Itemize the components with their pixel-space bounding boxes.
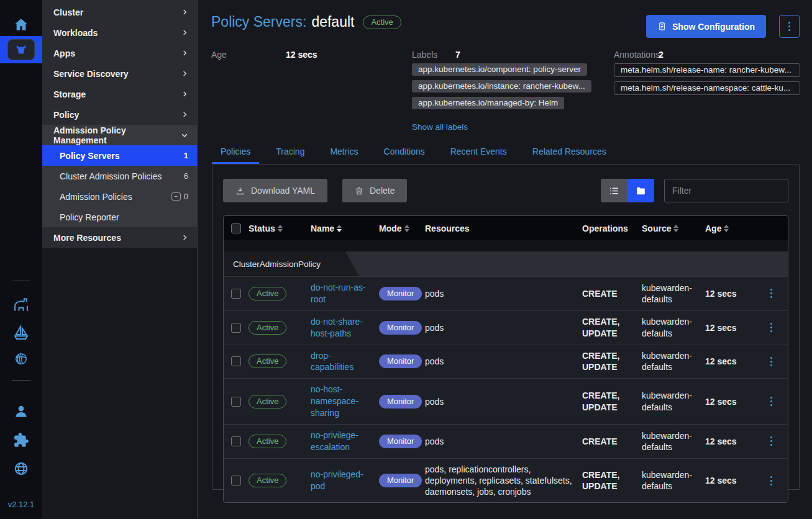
policies-table: Status Name Mode Resources — [223, 215, 788, 503]
chevron-right-icon — [181, 70, 188, 77]
barn-icon[interactable] — [0, 297, 42, 314]
grouped-view-button[interactable] — [627, 179, 654, 202]
tab-related-resources[interactable]: Related Resources — [524, 142, 615, 164]
row-checkbox[interactable] — [231, 436, 241, 446]
mode-badge: Monitor — [379, 435, 422, 448]
column-header-resources[interactable]: Resources — [425, 223, 582, 233]
labels-count: 7 — [455, 50, 460, 60]
column-header-source[interactable]: Source — [642, 223, 705, 233]
tab-metrics[interactable]: Metrics — [321, 142, 367, 164]
user-icon[interactable] — [0, 404, 42, 420]
sidebar-item-cluster-admission-policies[interactable]: Cluster Admission Policies 6 — [42, 166, 197, 186]
cluster-bull-icon — [7, 39, 35, 60]
kebab-icon — [770, 323, 772, 332]
kebab-icon — [770, 476, 772, 485]
sidebar-item-apps[interactable]: Apps — [42, 43, 197, 63]
view-toggle — [601, 179, 654, 202]
tab-conditions[interactable]: Conditions — [375, 142, 434, 164]
sidebar-item-policy-reporter[interactable]: Policy Reporter — [42, 207, 197, 227]
resources-cell: pods — [425, 288, 582, 299]
row-actions-kebab[interactable] — [755, 357, 788, 366]
chevron-right-icon — [181, 234, 188, 241]
trash-icon — [355, 186, 363, 196]
active-cluster-strip[interactable] — [0, 36, 42, 63]
row-actions-kebab[interactable] — [755, 323, 788, 332]
table-row: Active no-host-namespace-sharing Monitor… — [224, 378, 788, 424]
sidebar-item-admission-policies[interactable]: Admission Policies − 0 — [42, 186, 197, 207]
flat-list-view-button[interactable] — [601, 179, 627, 202]
annotations-count: 2 — [659, 50, 664, 60]
row-actions-kebab[interactable] — [755, 289, 788, 298]
home-icon[interactable] — [0, 14, 42, 36]
row-checkbox[interactable] — [231, 476, 241, 485]
chevron-right-icon — [181, 111, 188, 118]
sidebar-item-policy[interactable]: Policy — [42, 104, 197, 125]
table-header-row: Status Name Mode Resources — [224, 216, 788, 240]
source-cell: kubewarden-defaults — [642, 430, 705, 453]
document-icon — [657, 21, 667, 32]
column-header-operations[interactable]: Operations — [582, 223, 642, 233]
status-badge: Active — [363, 16, 401, 29]
chevron-right-icon — [181, 50, 188, 56]
row-actions-kebab[interactable] — [755, 397, 788, 406]
sidebar-item-service-discovery[interactable]: Service Discovery — [42, 63, 197, 84]
sidebar-item-more-resources[interactable]: More Resources — [42, 227, 197, 248]
sort-icon — [673, 225, 678, 232]
show-all-labels-link[interactable]: Show all labels — [412, 122, 468, 132]
policy-name-link[interactable]: no-host-namespace-sharing — [311, 384, 368, 419]
table-row: Active do-not-share-host-paths Monitor p… — [224, 310, 788, 345]
sidebar-group-admission-policy-management[interactable]: Admission Policy Management — [42, 125, 197, 145]
mode-badge: Monitor — [379, 354, 422, 368]
tab-policies[interactable]: Policies — [212, 142, 259, 164]
mode-badge: Monitor — [379, 395, 422, 408]
puzzle-icon[interactable] — [0, 432, 42, 448]
operations-cell: CREATE, UPDATE — [582, 316, 642, 338]
policy-name-link[interactable]: drop-capabilities — [311, 350, 373, 374]
column-header-mode[interactable]: Mode — [379, 223, 425, 233]
sort-icon — [337, 225, 342, 232]
download-yaml-button[interactable]: Download YAML — [223, 179, 327, 202]
policy-name-link[interactable]: do-not-run-as-root — [311, 282, 373, 305]
sailboat-icon[interactable] — [0, 324, 42, 341]
column-header-status[interactable]: Status — [249, 223, 311, 233]
sidebar-item-storage[interactable]: Storage — [42, 84, 197, 104]
delete-button[interactable]: Delete — [342, 179, 407, 202]
sort-icon — [278, 225, 283, 232]
tab-tracing[interactable]: Tracing — [267, 142, 313, 164]
row-status-badge: Active — [249, 287, 286, 300]
source-cell: kubewarden-defaults — [642, 316, 705, 338]
page-title: Policy Servers: default Active — [211, 14, 401, 30]
sidebar-item-policy-servers[interactable]: Policy Servers 1 — [42, 145, 197, 166]
group-row: ClusterAdmissionPolicy — [224, 251, 788, 276]
row-checkbox[interactable] — [231, 397, 241, 407]
row-actions-kebab[interactable] — [755, 436, 788, 446]
age-value: 12 secs — [286, 50, 317, 60]
mode-badge: Monitor — [379, 474, 422, 487]
source-cell: kubewarden-defaults — [642, 282, 705, 305]
header-actions-kebab[interactable] — [779, 15, 800, 38]
download-icon — [235, 186, 245, 196]
show-configuration-button[interactable]: Show Configuration — [646, 15, 766, 38]
sidebar-item-workloads[interactable]: Workloads — [42, 22, 197, 43]
list-icon — [609, 186, 619, 196]
row-checkbox[interactable] — [231, 323, 241, 333]
nav-count: 1 — [184, 151, 188, 160]
select-all-checkbox[interactable] — [231, 223, 241, 233]
policy-name-link[interactable]: no-privilege-escalation — [311, 430, 373, 453]
globe-icon[interactable] — [0, 461, 42, 477]
resources-cell: pods — [425, 322, 582, 333]
policy-name-link[interactable]: do-not-share-host-paths — [311, 316, 373, 340]
yarn-wheel-icon[interactable] — [0, 351, 42, 366]
policy-name-link[interactable]: no-privileged-pod — [311, 469, 373, 492]
row-checkbox[interactable] — [231, 289, 241, 299]
row-actions-kebab[interactable] — [755, 476, 788, 485]
tab-recent-events[interactable]: Recent Events — [442, 142, 516, 164]
column-header-age[interactable]: Age — [705, 223, 755, 233]
annotation-pill: meta.helm.sh/release-name: rancher-kubew… — [614, 63, 800, 77]
filter-input[interactable] — [664, 179, 788, 202]
row-checkbox[interactable] — [231, 356, 241, 366]
column-header-name[interactable]: Name — [311, 223, 379, 233]
operations-cell: CREATE, UPDATE — [582, 390, 642, 412]
nav-count: − 0 — [171, 192, 188, 201]
sidebar-item-cluster[interactable]: Cluster — [42, 2, 197, 22]
